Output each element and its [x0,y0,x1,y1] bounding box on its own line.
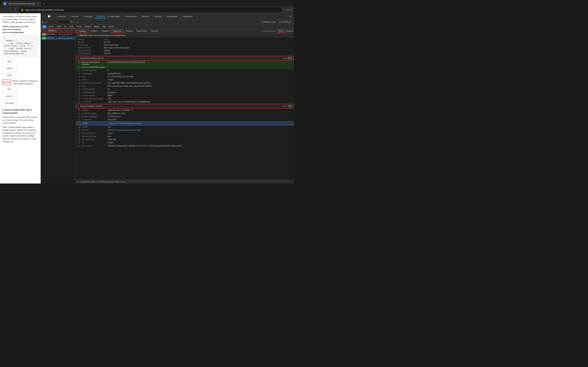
patch-button[interactable]: PATCH [2,93,17,99]
tab-console[interactable]: ⬚ Console [68,15,80,18]
block-button[interactable]: Block [277,29,285,33]
resend-button[interactable]: Resend [286,30,293,32]
info-icon-xver[interactable]: ℹ [78,98,80,100]
filter-css[interactable]: CSS [55,25,62,28]
info-icon-date[interactable]: ℹ [78,75,80,78]
search-button[interactable]: ⌕ [74,21,75,23]
col-t[interactable]: T... [66,30,70,32]
response-raw-toggle[interactable] [287,57,292,59]
info-icon-server[interactable]: ℹ [78,79,80,81]
tab-memory[interactable]: ⬚ Memory [138,15,151,18]
col-status[interactable]: Sta... [42,30,47,32]
info-icon-al[interactable]: ℹ [78,115,80,118]
filter-urls-input[interactable] [49,20,69,24]
col-size[interactable]: Size [70,30,75,32]
more-tools-button[interactable]: ⋯ [283,15,288,18]
filter-all[interactable]: All [42,25,47,28]
filter-fonts[interactable]: Fonts [75,25,83,28]
devtools-close-button[interactable]: ✕ [42,15,46,18]
info-icon-xvc[interactable]: ℹ [78,94,80,97]
col-ty[interactable]: Ty [63,30,66,32]
search-all-button[interactable]: ⌕⊙ [77,21,79,23]
tab-storage[interactable]: ⬚ Storage [151,15,163,18]
tab-performance[interactable]: ⬚ Performance [122,15,138,18]
clear-requests-button[interactable]: 🗑 [42,21,44,23]
post-button[interactable]: POST [2,73,17,78]
tab-debugger[interactable]: ⬚ Debugger [80,15,94,18]
put-button[interactable]: PUT [2,86,17,92]
menu-button[interactable]: ≡ [290,8,292,11]
request-item-delete[interactable]: 200 DELETE c... dat 47; jso 610 44 [41,36,76,40]
filter-ws[interactable]: WS [101,25,107,28]
tab-stack-trace[interactable]: Stack Trace [135,29,149,33]
request-item-options[interactable]: 200 OPTIONS c... dat xhr jso 611 45 [41,33,76,36]
throttling-select[interactable]: No Throttling ▾ [277,20,293,24]
info-icon-sfd[interactable]: ℹ [78,132,80,134]
tab-security[interactable]: Security [149,29,160,33]
info-icon-referer[interactable]: ℹ [78,129,80,131]
tab-network[interactable]: ⇅ Network [94,14,106,18]
tab-headers[interactable]: Headers [77,29,88,33]
filter-images[interactable]: Images [83,25,92,28]
head-button[interactable]: HEAD [2,66,17,71]
request-raw-button[interactable]: Raw [283,105,292,107]
info-icon-vary[interactable]: ℹ [78,85,80,87]
tab-application[interactable]: ⬚ Application [179,15,194,18]
window-minimize-button[interactable]: ⌄ [290,2,293,5]
tab-close-button[interactable]: × [37,2,38,5]
info-icon-ce[interactable]: ℹ [78,69,80,72]
tab-request[interactable]: Request [99,29,111,33]
tab-cookies[interactable]: Cookies [88,29,100,33]
info-icon-ua[interactable]: ℹ [78,145,80,147]
tab-style-editor[interactable]: {} Style Editor [107,15,121,18]
info-icon-conn[interactable]: ℹ [78,118,80,121]
devtools-dock-button[interactable]: ⬜ [47,15,52,18]
filter-other[interactable]: Other [107,25,115,28]
info-icon-sfs[interactable]: ℹ [78,138,80,141]
bookmark-button[interactable]: ☆ [283,8,285,12]
info-icon-ct[interactable]: ℹ [78,72,80,75]
info-icon-sfm[interactable]: ℹ [78,135,80,138]
filter-html[interactable]: HTML [47,25,55,28]
tab-accessibility[interactable]: ⬚ Accessibility [163,15,179,18]
info-icon-acam[interactable]: ℹ [78,61,80,64]
pause-recording-button[interactable]: ⏸ [45,21,47,23]
filter-js[interactable]: JS [63,25,68,28]
new-tab-button[interactable]: + [42,1,46,6]
settings-button[interactable]: ⚙ [288,15,293,18]
info-icon-xmp[interactable]: ℹ [78,91,80,94]
filter-xhr[interactable]: XHR [68,25,75,28]
info-icon-origin[interactable]: ℹ [79,122,81,125]
get-button[interactable]: GET [2,58,17,64]
col-method[interactable]: Method ▾ [48,30,57,32]
reload-button[interactable]: ↻ [13,8,17,12]
url-text: https://cors-training-website.vercel.app [25,8,64,11]
forward-button[interactable]: → [8,8,12,12]
response-headers-section[interactable]: ▼ Response Headers (562 B) Raw [76,56,294,60]
tab-response[interactable]: Response [111,29,124,33]
extensions-button[interactable]: ⧉ [287,8,289,11]
info-icon-sts[interactable]: ℹ [78,82,80,84]
response-raw-button[interactable]: Raw [283,57,292,59]
request-raw-toggle[interactable] [287,105,292,107]
filter-media[interactable]: Media [93,25,101,28]
back-button[interactable]: ← [2,8,6,12]
request-url-text: https://cors-training-api.vercel.app/api… [88,34,126,36]
info-icon-te[interactable]: ℹ [78,142,80,144]
disable-cache-checkbox[interactable]: ☐ Disable Cache [261,21,276,23]
info-icon-xfs[interactable]: ℹ [78,88,80,91]
url-bar[interactable]: 🔒 https://cors-training-website.vercel.a… [19,7,282,12]
col-domain[interactable]: Dom... [58,30,59,32]
col-fil[interactable]: Fil [60,30,62,32]
info-icon-accept[interactable]: ℹ [78,109,80,111]
active-tab[interactable]: C cors-training-website.vercel.ap... × [1,1,41,6]
info-icon-priority[interactable]: ℹ [78,126,80,128]
request-headers-section[interactable]: ▼ Request Headers (496 B) Raw [76,104,294,108]
info-icon-xvid[interactable]: ℹ [78,101,80,103]
tab-inspector[interactable]: ⬚ Inspector [54,15,67,18]
delete-button[interactable]: DELETE [2,80,11,85]
info-icon-ae[interactable]: ℹ [78,112,80,115]
tab-timings[interactable]: Timings [124,29,135,33]
options-button[interactable]: OPTIONS [2,100,17,106]
info-icon-acao[interactable]: ℹ [78,66,80,68]
